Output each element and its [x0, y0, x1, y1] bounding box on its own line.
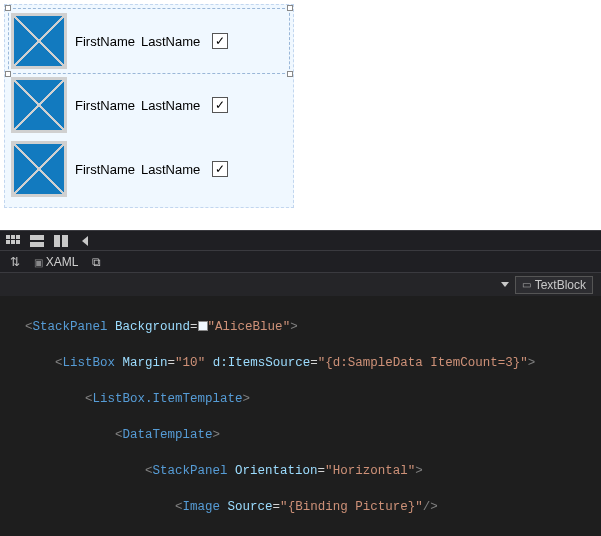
tab-xaml[interactable]: XAML [28, 253, 84, 271]
placeholder-image-icon [11, 13, 67, 69]
svg-rect-1 [11, 235, 15, 239]
grid-mode-icon[interactable] [4, 233, 22, 249]
xaml-editor[interactable]: <StackPanel Background="AliceBlue"> <Lis… [0, 296, 601, 536]
designer-surface: FirstName LastName ✓ FirstName LastName … [0, 0, 601, 230]
firstname-text: FirstName [75, 98, 135, 113]
tab-label: XAML [34, 255, 78, 269]
textblock-icon: ▭ [522, 279, 531, 290]
svg-rect-9 [62, 235, 68, 247]
svg-rect-2 [16, 235, 20, 239]
svg-rect-8 [54, 235, 60, 247]
breadcrumb-dropdown-icon[interactable] [501, 282, 509, 287]
vertical-split-icon[interactable] [52, 233, 70, 249]
design-listbox[interactable]: FirstName LastName ✓ FirstName LastName … [4, 4, 294, 208]
svg-rect-6 [30, 235, 44, 240]
xaml-breadcrumb: ▭ TextBlock [0, 272, 601, 296]
split-mode-icon[interactable] [28, 233, 46, 249]
lastname-text: LastName [141, 162, 200, 177]
design-checkbox[interactable]: ✓ [212, 97, 228, 113]
collapse-left-icon[interactable] [76, 233, 94, 249]
firstname-text: FirstName [75, 162, 135, 177]
selection-handle[interactable] [287, 5, 293, 11]
svg-rect-7 [30, 242, 44, 247]
editor-tabs-row: ⇅ XAML ⧉ [0, 250, 601, 272]
popout-icon[interactable]: ⧉ [92, 255, 101, 269]
color-swatch-icon [198, 321, 208, 331]
design-checkbox[interactable]: ✓ [212, 161, 228, 177]
svg-rect-0 [6, 235, 10, 239]
placeholder-image-icon [11, 77, 67, 133]
placeholder-image-icon [11, 141, 67, 197]
selection-handle[interactable] [5, 5, 11, 11]
design-item[interactable]: FirstName LastName ✓ [9, 137, 289, 201]
breadcrumb-item[interactable]: ▭ TextBlock [515, 276, 593, 294]
svg-rect-4 [11, 240, 15, 244]
lastname-text: LastName [141, 34, 200, 49]
swap-panes-icon[interactable]: ⇅ [10, 255, 20, 269]
svg-rect-5 [16, 240, 20, 244]
designer-toolbar [0, 230, 601, 250]
svg-rect-3 [6, 240, 10, 244]
design-item[interactable]: FirstName LastName ✓ [9, 73, 289, 137]
firstname-text: FirstName [75, 34, 135, 49]
design-item[interactable]: FirstName LastName ✓ [9, 9, 289, 73]
design-checkbox[interactable]: ✓ [212, 33, 228, 49]
breadcrumb-label: TextBlock [535, 278, 586, 292]
lastname-text: LastName [141, 98, 200, 113]
